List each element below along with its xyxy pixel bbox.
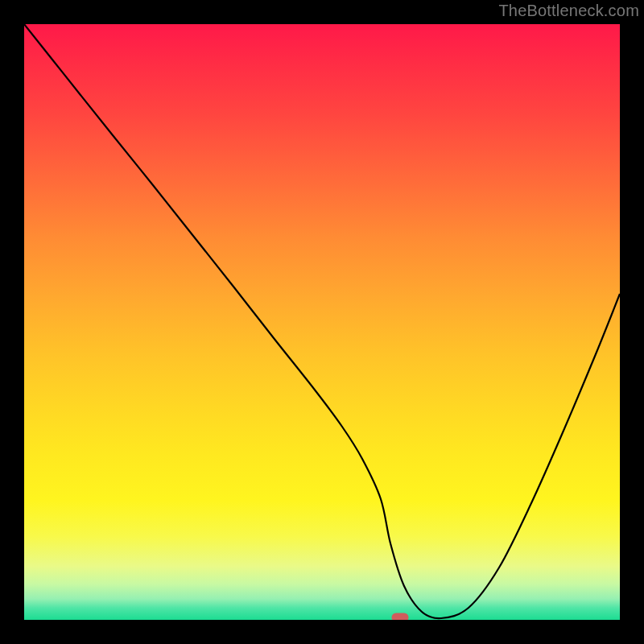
watermark-text: TheBottleneck.com <box>498 2 639 20</box>
optimum-marker <box>392 613 409 621</box>
chart-frame: TheBottleneck.com <box>0 0 644 644</box>
plot-area <box>24 24 620 620</box>
bottleneck-curve <box>24 24 620 620</box>
